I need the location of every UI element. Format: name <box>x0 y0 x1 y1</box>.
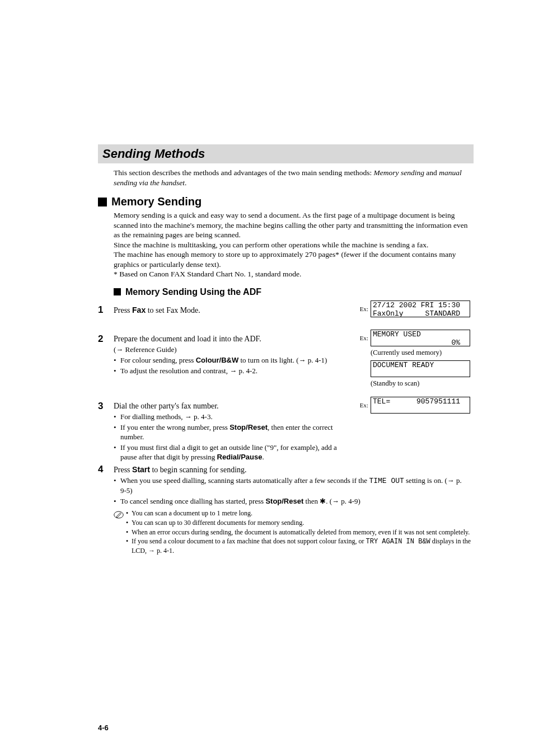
stop-reset-label: Stop/Reset <box>265 497 303 505</box>
step1-text-a: Press <box>114 306 132 314</box>
colour-bw-label: Colour/B&W <box>196 356 239 364</box>
lcd-display: DOCUMENT READY <box>371 360 470 377</box>
mem-footnote: * Based on Canon FAX Standard Chart No. … <box>114 269 474 279</box>
square-bullet-icon <box>114 288 121 295</box>
mem-para-2: Since the machine is multitasking, you c… <box>114 240 474 250</box>
svg-point-0 <box>114 511 124 518</box>
step1-text-b: to set Fax Mode. <box>146 306 200 314</box>
step-1-body: Press Fax to set Fax Mode. <box>114 305 356 316</box>
note-1: You can scan a document up to 1 metre lo… <box>132 509 474 518</box>
ex-label: Ex: <box>356 306 368 312</box>
section-title: Sending Methods <box>98 144 474 163</box>
subheading-text: Memory Sending Using the ADF <box>125 287 261 297</box>
lcd-line: FaxOnly STANDARD <box>373 309 460 317</box>
stop-reset-label: Stop/Reset <box>229 423 268 431</box>
b-text: To adjust the resolution and contrast, →… <box>120 367 350 376</box>
fax-button-label: Fax <box>132 306 146 314</box>
step-1-lcd-col: Ex: 27/12 2002 FRI 15:30 FaxOnly STANDAR… <box>356 300 474 320</box>
step3-bullet-1: •For dialling methods, → p. 4-3. <box>114 412 350 422</box>
b-text-a: When you use speed dialling, scanning st… <box>120 476 369 485</box>
step-2-lcd-col: Ex: MEMORY USED 0% (Currently used memor… <box>356 330 474 391</box>
b-text-b: then <box>303 497 320 505</box>
lcd-display: MEMORY USED 0% <box>371 330 470 346</box>
heading-memory-sending: Memory Sending <box>98 195 474 208</box>
step3-text: Dial the other party's fax number. <box>114 401 350 411</box>
intro-text: This section describes the methods and a… <box>114 168 374 177</box>
step-3-lcd-col: Ex: TEL= 9057951111 <box>356 397 474 416</box>
note-2: You can scan up to 30 different document… <box>132 519 474 528</box>
page: Sending Methods This section describes t… <box>0 0 534 756</box>
step-number: 2 <box>98 334 114 345</box>
step-2-body: Prepare the document and load it into th… <box>114 334 356 376</box>
b-text: For dialling methods, → p. 4-3. <box>120 412 350 422</box>
intro-end: . <box>185 179 186 187</box>
step2-bullet-1: • For colour sending, press Colour/B&W t… <box>114 356 350 365</box>
step-number: 3 <box>98 401 114 412</box>
start-button-label: Start <box>132 465 150 474</box>
lcd-display: 27/12 2002 FRI 15:30 FaxOnly STANDARD <box>371 300 470 317</box>
step-number: 4 <box>98 464 114 475</box>
step-3-body: Dial the other party's fax number. •For … <box>114 401 356 462</box>
step2-text: Prepare the document and load it into th… <box>114 334 350 344</box>
redial-pause-label: Redial/Pause <box>217 453 263 461</box>
note-4: If you send a colour document to a fax m… <box>132 537 474 555</box>
step3-bullet-3: • If you must first dial a digit to get … <box>114 443 350 462</box>
time-out-label: TIME OUT <box>369 477 404 485</box>
lcd-line: MEMORY USED <box>373 330 421 339</box>
notes-list: •You can scan a document up to 1 metre l… <box>126 509 474 556</box>
step4-bullet-1: • When you use speed dialling, scanning … <box>114 476 468 496</box>
subheading-adf: Memory Sending Using the ADF <box>114 287 474 297</box>
mem-para-3: The machine has enough memory to store u… <box>114 250 474 269</box>
step-2-row: 2 Prepare the document and load it into … <box>98 330 474 391</box>
n4-a: If you send a colour document to a fax m… <box>132 537 366 545</box>
square-bullet-icon <box>98 198 107 206</box>
b-text-b: to turn on its light. (→ p. 4-1) <box>238 356 327 364</box>
b-text-c: . (→ p. 4-9) <box>326 497 360 505</box>
lcd-line: 0% <box>373 339 460 346</box>
step4-bullet-2: • To cancel sending once dialling has st… <box>114 497 468 506</box>
page-number: 4-6 <box>98 724 474 732</box>
step-4-body: Press Start to begin scanning for sendin… <box>114 464 474 506</box>
b-text-a: If you enter the wrong number, press <box>120 423 229 431</box>
star-key-icon: ✱ <box>320 497 326 505</box>
memory-sending-body: Memory sending is a quick and easy way t… <box>114 210 474 279</box>
b-text-a: To cancel sending once dialling has star… <box>120 497 265 505</box>
lcd-caption: (Standby to scan) <box>371 379 474 388</box>
step4-text-a: Press <box>114 466 132 474</box>
lcd-line: 27/12 2002 FRI 15:30 <box>373 301 460 309</box>
b-text-b: . <box>263 453 264 461</box>
lcd-display: TEL= 9057951111 <box>371 397 470 414</box>
try-again-label: TRY AGAIN IN B&W <box>366 538 430 546</box>
lcd-line: TEL= 9057951111 <box>373 397 460 406</box>
lcd-caption: (Currently used memory) <box>371 349 474 357</box>
mem-para-1: Memory sending is a quick and easy way t… <box>114 210 474 240</box>
lcd-line: DOCUMENT READY <box>373 361 434 369</box>
intro-mid: and <box>424 168 439 177</box>
note-3: When an error occurs during sending, the… <box>132 528 474 537</box>
notes-block: •You can scan a document up to 1 metre l… <box>114 509 474 556</box>
b-text-a: For colour sending, press <box>120 356 196 364</box>
step-1-row: 1 Press Fax to set Fax Mode. Ex: 27/12 2… <box>98 300 474 320</box>
ex-label: Ex: <box>356 402 368 408</box>
step-4-row: 4 Press Start to begin scanning for send… <box>98 464 474 506</box>
ex-label: Ex: <box>356 335 368 341</box>
step-3-row: 3 Dial the other party's fax number. •Fo… <box>98 397 474 462</box>
intro-paragraph: This section describes the methods and a… <box>114 168 474 187</box>
step2-sub1: (→ Reference Guide) <box>114 345 350 355</box>
step3-bullet-2: • If you enter the wrong number, press S… <box>114 423 350 442</box>
note-pencil-icon <box>114 509 126 520</box>
step4-text-b: to begin scanning for sending. <box>150 466 247 474</box>
intro-em-1: Memory sending <box>374 168 424 177</box>
step-number: 1 <box>98 305 114 316</box>
step2-bullet-2: •To adjust the resolution and contrast, … <box>114 367 350 376</box>
heading-text: Memory Sending <box>111 195 202 208</box>
